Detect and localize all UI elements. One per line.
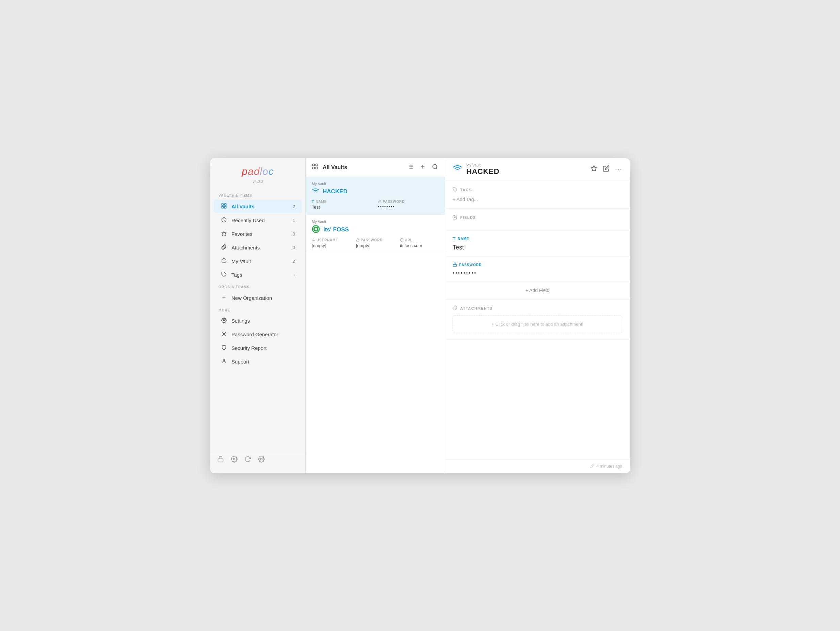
search-button[interactable]: [431, 163, 439, 172]
svg-point-8: [223, 333, 225, 334]
svg-point-11: [234, 458, 235, 460]
sidebar-item-recently-used[interactable]: Recently Used 1: [214, 214, 302, 227]
sidebar-item-support[interactable]: Support: [214, 355, 302, 368]
itsfoss-password-lock-icon: [356, 238, 359, 242]
sidebar-item-favorites[interactable]: Favorites 0: [214, 228, 302, 241]
settings-gear-icon: [221, 317, 227, 324]
right-header-actions: ···: [591, 165, 622, 174]
password-field-label: PASSWORD: [453, 262, 622, 268]
svg-rect-3: [225, 206, 226, 208]
sidebar-item-all-vaults[interactable]: All Vaults 2: [214, 200, 302, 213]
sidebar-item-security-report[interactable]: Security Report: [214, 342, 302, 355]
right-footer: 4 minutes ago: [445, 459, 630, 473]
entry-itsfoss-title-row: Its' FOSS: [312, 225, 439, 235]
add-field-button[interactable]: + Add Field: [445, 281, 630, 300]
password-field-lock-icon: [453, 262, 457, 268]
vault-box-icon: [221, 258, 227, 265]
svg-rect-39: [453, 264, 457, 266]
password-generator-label: Password Generator: [231, 331, 278, 337]
edit-button[interactable]: [603, 165, 609, 174]
sidebar-item-new-org[interactable]: + New Organization: [214, 291, 302, 304]
middle-header-title: All Vaults: [323, 164, 403, 170]
all-vaults-badge: 2: [293, 204, 295, 209]
svg-rect-10: [218, 459, 223, 462]
new-org-label: New Organization: [231, 295, 272, 301]
password-field-lock-icon: [378, 200, 382, 204]
right-header-info: My Vault HACKED: [466, 163, 586, 176]
attachment-drop-zone[interactable]: + Click or drag files here to add an att…: [453, 315, 622, 333]
fields-section-icon: [453, 215, 458, 220]
password-field-value[interactable]: •••••••••: [453, 270, 622, 276]
svg-point-9: [223, 359, 225, 361]
support-person-icon: [221, 358, 227, 365]
entry-hacked-title: HACKED: [323, 188, 347, 195]
svg-rect-15: [313, 167, 315, 169]
app-logo: padloc: [217, 166, 298, 177]
all-vaults-label: All Vaults: [231, 203, 254, 209]
add-entry-button[interactable]: [419, 163, 426, 172]
entry-hacked-vault: My Vault: [312, 182, 439, 186]
bottom-gear2-icon[interactable]: [258, 456, 265, 464]
my-vault-label: My Vault: [231, 258, 251, 264]
settings-label: Settings: [231, 318, 250, 324]
tags-label: Tags: [231, 272, 242, 278]
right-header-vault-label: My Vault: [466, 163, 586, 167]
pencil-icon: [590, 464, 595, 469]
entry-itsfoss-fields: USERNAME [empty] PASSWORD [: [312, 238, 439, 248]
attachments-label: Attachments: [231, 245, 260, 251]
more-section-label: MORE: [210, 305, 305, 314]
tags-section-icon: [453, 187, 458, 192]
svg-rect-13: [313, 164, 315, 166]
entry-itsfoss-url-value: itsfoss.com: [400, 243, 439, 248]
paperclip-icon: [221, 245, 227, 251]
username-field-icon: [312, 238, 315, 242]
sidebar-item-my-vault[interactable]: My Vault 2: [214, 255, 302, 268]
clock-icon: [221, 217, 227, 224]
entry-itsfoss-password-value: [empty]: [356, 243, 395, 248]
entry-hacked-name-value: Test: [312, 205, 373, 210]
svg-rect-16: [316, 167, 318, 169]
svg-point-32: [313, 238, 314, 240]
sidebar-item-tags[interactable]: Tags ›: [214, 268, 302, 281]
entry-hacked-name-field: T NAME Test: [312, 200, 373, 210]
entry-hacked-wifi-icon: [312, 187, 319, 196]
sidebar-item-attachments[interactable]: Attachments 0: [214, 241, 302, 254]
recently-used-label: Recently Used: [231, 218, 265, 223]
entry-hacked-password-field: PASSWORD ••••••••: [378, 200, 439, 210]
url-field-globe-icon: [400, 238, 403, 242]
svg-point-12: [261, 458, 262, 460]
app-version: v4.0.0: [210, 179, 305, 183]
lock-icon[interactable]: [217, 456, 224, 464]
security-report-label: Security Report: [231, 345, 267, 351]
svg-point-31: [315, 228, 317, 230]
tag-icon: [221, 271, 227, 278]
sidebar-item-settings[interactable]: Settings: [214, 314, 302, 327]
my-vault-badge: 2: [293, 259, 295, 264]
favorites-label: Favorites: [231, 231, 253, 237]
name-field-value[interactable]: Test: [453, 244, 622, 251]
attachments-section: ATTACHMENTS + Click or drag files here t…: [445, 300, 630, 340]
svg-rect-2: [221, 206, 223, 208]
more-options-button[interactable]: ···: [615, 165, 622, 174]
entry-itsfoss-username-field: USERNAME [empty]: [312, 238, 351, 248]
fields-section-label: FIELDS: [453, 215, 622, 220]
filter-button[interactable]: [407, 163, 414, 172]
sidebar-bottom: [210, 452, 305, 468]
sidebar-item-password-generator[interactable]: Password Generator: [214, 328, 302, 341]
middle-vaults-icon: [312, 163, 319, 172]
entry-hacked[interactable]: My Vault HACKED T NAME: [306, 177, 445, 215]
orgs-section-label: ORGS & TEAMS: [210, 282, 305, 291]
right-panel: My Vault HACKED ···: [445, 158, 630, 473]
right-header: My Vault HACKED ···: [445, 158, 630, 181]
right-header-title: HACKED: [466, 167, 586, 176]
bottom-settings-icon[interactable]: [231, 456, 238, 464]
attachments-section-label: ATTACHMENTS: [453, 306, 622, 311]
name-field-type-icon: T: [453, 236, 456, 241]
favorite-button[interactable]: [591, 165, 597, 174]
entry-itsfoss[interactable]: My Vault Its' FOSS: [306, 215, 445, 253]
add-tag-button[interactable]: + Add Tag...: [453, 197, 478, 202]
right-header-wifi-icon: [453, 164, 462, 175]
svg-point-25: [433, 164, 437, 169]
new-org-plus-icon: +: [221, 294, 227, 301]
refresh-icon[interactable]: [245, 456, 251, 464]
